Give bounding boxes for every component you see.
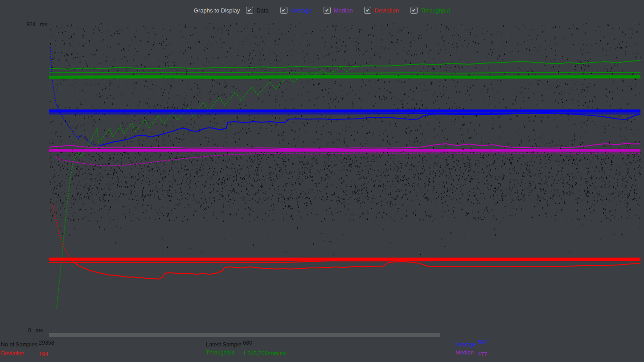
no-of-samples-value: 29358 [39,340,54,346]
y-axis-min-label: 0 ms [18,327,43,333]
checkbox-median-box[interactable]: ✔ [324,7,331,14]
deviation-value: 194 [39,351,48,358]
checkbox-throughput[interactable]: ✔ Throughput [410,7,451,14]
checkbox-median-label: Median [334,7,353,14]
checkbox-deviation[interactable]: ✔ Deviation [364,7,398,14]
checkbox-average-label: Average [291,7,312,14]
check-icon: ✔ [366,8,370,12]
check-icon: ✔ [412,8,416,12]
checkbox-data-label: Data [256,7,268,14]
checkbox-deviation-label: Deviation [374,7,398,14]
check-icon: ✔ [248,8,252,12]
checkbox-throughput-box[interactable]: ✔ [410,7,418,14]
graph-plot-area [48,20,642,332]
y-axis-unit: ms [40,21,47,28]
jmeter-graph-results-window: { "header": { "title": "Graphs to Displa… [0,0,644,362]
checkbox-data-box[interactable]: ✔ [246,7,253,14]
latest-sample-value: 680 [243,340,252,346]
throughput-value: 1 045,706/minute [243,350,286,357]
checkbox-deviation-box[interactable]: ✔ [364,7,371,14]
deviation-label: Deviation [1,350,24,357]
graphs-to-display-label: Graphs to Display [194,7,240,14]
data-scatter-overlay-canvas [48,20,642,332]
median-value: 477 [478,351,487,358]
average-label: Average [455,341,476,348]
latest-sample-label: Latest Sample [206,341,242,348]
y-axis-unit: ms [35,327,43,333]
throughput-label: Throughput [206,350,234,356]
average-value: 582 [478,339,487,346]
checkbox-data[interactable]: ✔ Data [246,7,268,14]
checkbox-average[interactable]: ✔ Average [280,7,312,14]
median-label: Median [455,350,474,356]
checkbox-median[interactable]: ✔ Median [324,7,353,14]
graphs-to-display-bar: Graphs to Display ✔ Data ✔ Average ✔ Med… [0,5,644,15]
no-of-samples-label: No of Samples [1,341,37,348]
checkbox-throughput-label: Throughput [421,7,451,14]
checkbox-average-box[interactable]: ✔ [280,7,287,14]
y-axis-max-label: 824 ms [18,21,47,28]
horizontal-scrollbar-thumb[interactable] [49,333,440,337]
check-icon: ✔ [325,8,329,12]
check-icon: ✔ [282,8,286,12]
